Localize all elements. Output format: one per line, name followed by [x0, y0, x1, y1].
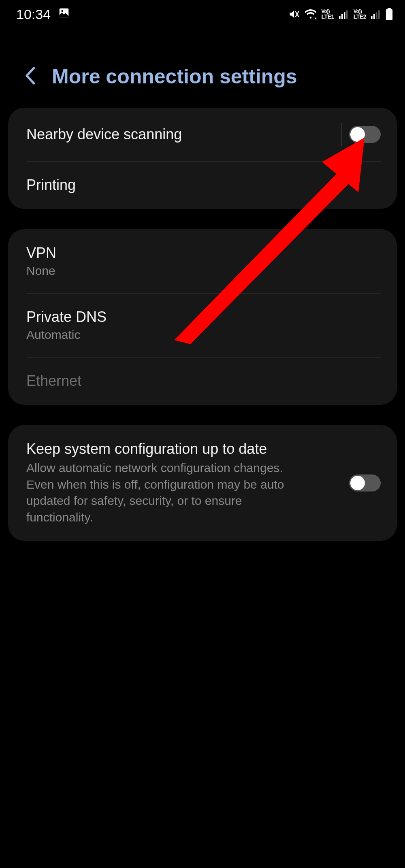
keep-config-description: Allow automatic network configuration ch… — [26, 460, 310, 525]
svg-rect-10 — [373, 14, 375, 19]
sim2-label: LTE2 — [354, 14, 366, 19]
ethernet-row: Ethernet — [8, 357, 397, 405]
svg-point-1 — [61, 10, 63, 12]
svg-rect-6 — [341, 14, 343, 19]
printing-label: Printing — [26, 177, 381, 194]
toggle-separator — [341, 123, 342, 146]
back-button[interactable] — [24, 67, 36, 86]
settings-group-2: VPN None Private DNS Automatic Ethernet — [8, 229, 397, 405]
svg-marker-4 — [315, 17, 317, 19]
mute-vibrate-icon — [288, 9, 300, 20]
sim1-indicator: Vo)) LTE1 — [322, 9, 334, 19]
wifi-icon — [305, 9, 317, 20]
status-right: Vo)) LTE1 Vo)) LTE2 — [288, 8, 393, 20]
picture-icon — [58, 6, 70, 22]
page-header: More connection settings — [0, 28, 405, 108]
vpn-value: None — [26, 264, 381, 278]
svg-rect-13 — [388, 8, 391, 9]
keep-config-toggle[interactable] — [349, 474, 381, 491]
battery-icon — [386, 8, 393, 20]
svg-rect-14 — [386, 9, 392, 20]
status-bar: 10:34 Vo)) LTE1 — [0, 0, 405, 28]
nearby-toggle-wrap — [341, 123, 381, 146]
sim1-label: LTE1 — [322, 14, 334, 19]
svg-rect-5 — [339, 16, 341, 19]
nearby-device-scanning-toggle[interactable] — [349, 126, 381, 143]
signal-bars-2-icon — [371, 9, 381, 19]
private-dns-label: Private DNS — [26, 308, 381, 326]
signal-bars-1-icon — [339, 9, 349, 19]
svg-rect-7 — [344, 12, 345, 19]
sim2-indicator: Vo)) LTE2 — [354, 9, 366, 19]
nearby-device-scanning-label: Nearby device scanning — [26, 126, 341, 143]
page-title: More connection settings — [52, 65, 297, 88]
vpn-label: VPN — [26, 245, 381, 262]
private-dns-value: Automatic — [26, 328, 381, 342]
status-left: 10:34 — [16, 6, 70, 22]
svg-rect-8 — [346, 10, 348, 19]
settings-group-3: Keep system configuration up to date All… — [8, 425, 397, 541]
vpn-row[interactable]: VPN None — [8, 229, 397, 293]
svg-rect-11 — [376, 12, 377, 19]
nearby-device-scanning-row[interactable]: Nearby device scanning — [8, 108, 397, 161]
svg-rect-12 — [378, 10, 380, 19]
svg-rect-9 — [371, 16, 373, 19]
clock: 10:34 — [16, 6, 51, 22]
printing-row[interactable]: Printing — [8, 161, 397, 209]
ethernet-label: Ethernet — [26, 372, 381, 389]
keep-config-row[interactable]: Keep system configuration up to date All… — [8, 425, 397, 541]
keep-config-label: Keep system configuration up to date — [26, 440, 349, 457]
settings-group-1: Nearby device scanning Printing — [8, 108, 397, 209]
private-dns-row[interactable]: Private DNS Automatic — [8, 293, 397, 357]
